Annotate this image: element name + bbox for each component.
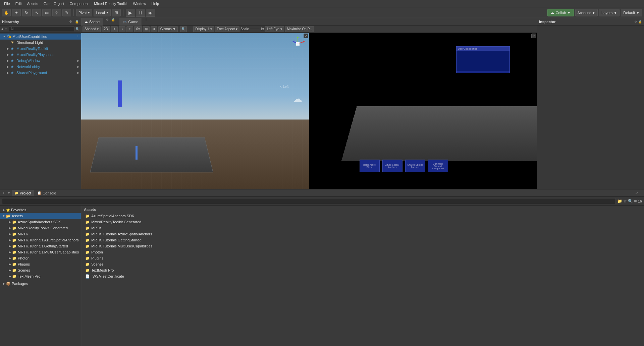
sidebar-mrtk[interactable]: ▶ 📁 MRTK (0, 231, 81, 237)
favorites-section[interactable]: ▶ ⭐ Favorites (0, 207, 81, 213)
menu-mrtk[interactable]: Mixed Reality Toolkit (91, 1, 130, 6)
main-mrtk-gen[interactable]: 📁 MixedRealityToolkit.Generated (84, 219, 641, 225)
local-dropdown[interactable]: Local▾ (94, 9, 110, 16)
menu-help[interactable]: Help (149, 1, 162, 6)
hierarchy-search[interactable] (9, 26, 74, 32)
hier-root-menu[interactable]: ⋮ (76, 35, 79, 39)
scene-search-btn[interactable]: 🔍 (180, 26, 187, 32)
pivot-dropdown[interactable]: Pivot▾ (76, 9, 92, 16)
game-tab-settings[interactable]: ⋮ (143, 18, 149, 25)
menu-file[interactable]: File (1, 1, 13, 6)
hier-networklobby[interactable]: ▶ ◈ NetworkLobby ▶ (0, 64, 81, 70)
hier-directional-light[interactable]: ☀ Directional Light (0, 40, 81, 46)
hier-root[interactable]: ▼ 🎭 MultiUserCapabilities ⋮ (0, 34, 81, 40)
sidebar-scenes[interactable]: ▶ 📁 Scenes (0, 267, 81, 273)
proj-magnifier-icon[interactable]: 🔍 (628, 199, 633, 204)
main-wsacert[interactable]: 📄 WSATestCertificate (84, 273, 641, 279)
main-mrtk[interactable]: 📁 MRTK (84, 225, 641, 231)
main-azure-sdk[interactable]: 📁 AzureSpatialAnchors.SDK (84, 213, 641, 219)
hierarchy-add-btn[interactable]: + (1, 27, 3, 31)
account-dropdown[interactable]: Account ▼ (575, 9, 598, 16)
hier-dw-expand[interactable]: ▶ (77, 59, 79, 62)
hier-search-icon[interactable]: 🔍 (75, 27, 79, 31)
scene-tab-settings[interactable]: ⚙ (105, 18, 110, 25)
hier-debugwindow[interactable]: ▶ ◈ DebugWindow ▶ (0, 58, 81, 64)
main-textmesh[interactable]: 📁 TextMesh Pro (84, 267, 641, 273)
proj-folder-icon[interactable]: 📁 (617, 199, 622, 204)
main-mrtk-getting[interactable]: 📁 MRTK.Tutorials.GettingStarted (84, 237, 641, 243)
main-mrtk-multi[interactable]: 📁 MRTK.Tutorials.MultiUserCapabilities (84, 243, 641, 249)
project-search[interactable] (2, 198, 616, 204)
gizmos-dropdown[interactable]: Gizmos ▼ (158, 26, 178, 32)
game-tab[interactable]: 🎮 Game (119, 18, 142, 25)
packages-section[interactable]: ▶ 📦 Packages (0, 281, 81, 287)
scale-tool-btn[interactable]: ⤡ (32, 9, 41, 16)
pause-btn[interactable]: ⏸ (136, 9, 145, 17)
main-photon[interactable]: 📁 Photon (84, 249, 641, 255)
grid-btn[interactable]: ⊞ (112, 9, 121, 16)
sidebar-plugins[interactable]: ▶ 📁 Plugins (0, 261, 81, 267)
default-dropdown[interactable]: Default ▼ (621, 9, 642, 16)
sidebar-textmesh[interactable]: ▶ 📁 TextMesh Pro (0, 273, 81, 279)
hier-mrtk[interactable]: ▶ ◈ MixedRealityToolkit (0, 46, 81, 52)
scene-tab[interactable]: ⛰ Scene (81, 18, 103, 25)
scene-viewport[interactable]: ☁ < Left (81, 33, 309, 189)
scale-slider[interactable]: ──── (250, 27, 259, 31)
proj-size-icon[interactable]: ⊞ (634, 199, 637, 203)
scene-corner-btn[interactable]: ⤢ (304, 34, 308, 38)
menu-window[interactable]: Window (130, 1, 149, 6)
project-tab[interactable]: 📁 Project (12, 190, 34, 196)
aspect-dropdown[interactable]: Free Aspect▾ (215, 26, 239, 32)
menu-component[interactable]: Component (67, 1, 91, 6)
transform-tool-btn[interactable]: ⊹ (52, 9, 61, 16)
rect-tool-btn[interactable]: ▭ (42, 9, 51, 16)
step-btn[interactable]: ⏭ (146, 9, 155, 17)
sidebar-azure-sdk[interactable]: ▶ 📁 AzureSpatialAnchors.SDK (0, 219, 81, 225)
layers-dropdown[interactable]: Layers ▼ (599, 9, 620, 16)
main-plugins[interactable]: 📁 Plugins (84, 255, 641, 261)
sidebar-mrtk-gen[interactable]: ▶ 📁 MixedRealityToolkit.Generated (0, 225, 81, 231)
main-scenes[interactable]: 📁 Scenes (84, 261, 641, 267)
menu-gameobject[interactable]: GameObject (41, 1, 67, 6)
hierarchy-lock-icon[interactable]: 🔒 (75, 20, 79, 23)
shading-dropdown[interactable]: Shaded▾ (83, 26, 101, 32)
menu-assets[interactable]: Assets (24, 1, 41, 6)
assets-section[interactable]: ▼ 📂 Assets (0, 213, 81, 219)
scene-num-dropdown[interactable]: 0▾ (134, 26, 142, 32)
move-tool-btn[interactable]: ✦ (12, 9, 21, 16)
collab-btn[interactable]: ☁ Collab ▼ (547, 9, 574, 16)
audio-btn[interactable]: ♪ (119, 26, 125, 32)
main-mrtk-azure[interactable]: 📁 MRTK.Tutorials.AzureSpatialAnchors (84, 231, 641, 237)
rotate-tool-btn[interactable]: ↻ (22, 9, 31, 16)
hand-tool-btn[interactable]: ✋ (2, 9, 11, 16)
hier-nl-expand[interactable]: ▶ (77, 65, 79, 68)
hier-mrtk-playspace[interactable]: ▶ ◈ MixedRealityPlayspace (0, 52, 81, 58)
scene-tab-lock[interactable]: 🔒 (110, 18, 116, 25)
game-viewport[interactable]: UserCapabilities Basic Azure Blend Azure… (309, 33, 537, 189)
hier-sharedplayground[interactable]: ▶ ◈ SharedPlayground ▶ (0, 70, 81, 76)
proj-more-icon[interactable]: ⋮ (639, 191, 643, 195)
light-toggle-btn[interactable]: ☀ (111, 26, 118, 32)
proj-expand-icon[interactable]: ⤢ (635, 191, 638, 195)
game-corner-btn[interactable]: ⤢ (531, 34, 536, 38)
maximize-dropdown[interactable]: Maximize On P... (285, 26, 314, 32)
dimension-dropdown[interactable]: 2D (102, 26, 110, 32)
hier-sp-expand[interactable]: ▶ (77, 71, 79, 74)
proj-add-icon[interactable]: + (1, 191, 6, 195)
proj-arrow-icon[interactable]: ▾ (7, 191, 11, 195)
display-dropdown[interactable]: Display 1▾ (193, 26, 214, 32)
hierarchy-settings-icon[interactable]: ⚙ (69, 20, 72, 23)
sidebar-photon[interactable]: ▶ 📁 Photon (0, 255, 81, 261)
inspector-settings-icon[interactable]: ⚙ (634, 20, 637, 23)
scene-fx-btn[interactable]: ✦ (126, 26, 133, 32)
scene-grid-btn[interactable]: ⊞ (143, 26, 150, 32)
custom-tool-btn[interactable]: ✎ (62, 9, 71, 16)
inspector-lock-icon[interactable]: 🔒 (638, 20, 642, 23)
sidebar-mrtk-azure[interactable]: ▶ 📁 MRTK.Tutorials.AzureSpatialAnchors (0, 237, 81, 243)
play-btn[interactable]: ▶ (126, 9, 135, 17)
sidebar-mrtk-getting[interactable]: ▶ 📁 MRTK.Tutorials.GettingStarted (0, 243, 81, 249)
sidebar-mrtk-multi[interactable]: ▶ 📁 MRTK.Tutorials.MultiUserCapabilities (0, 249, 81, 255)
menu-edit[interactable]: Edit (13, 1, 24, 6)
eye-dropdown[interactable]: Left Eye▾ (265, 26, 284, 32)
scene-extra-btn[interactable]: ⚙ (151, 26, 157, 32)
